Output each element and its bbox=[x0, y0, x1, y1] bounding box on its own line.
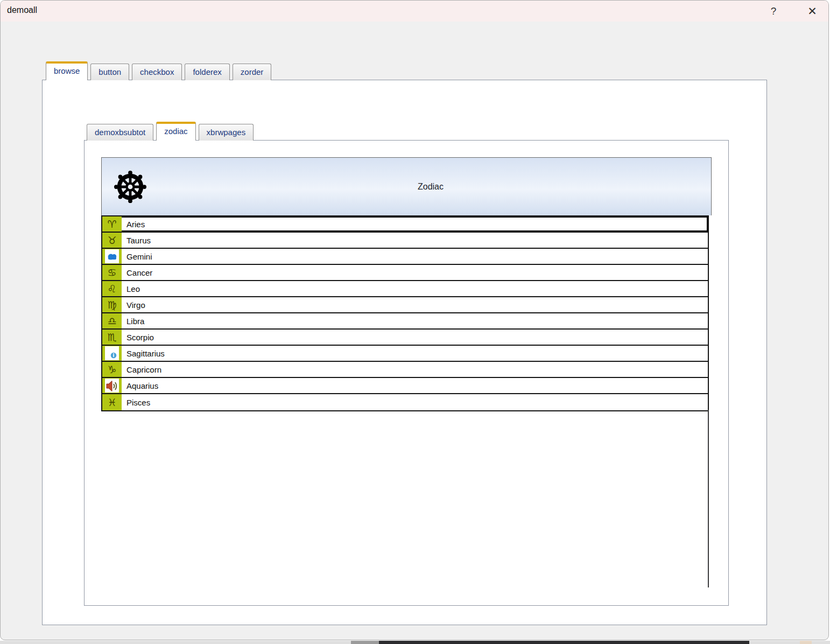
zodiac-row-label: Pisces bbox=[126, 398, 150, 407]
zodiac-row[interactable]: Aquarius bbox=[102, 378, 708, 394]
subtab-xbrwpages[interactable]: xbrwpages bbox=[199, 124, 254, 141]
zodiac-row[interactable]: Gemini bbox=[102, 249, 708, 265]
outer-tab-bar: browsebuttoncheckboxfolderexzorder bbox=[46, 61, 274, 80]
cancer-glyph: ♋ bbox=[102, 265, 122, 280]
aries-glyph: ♈ bbox=[102, 216, 122, 232]
cloud-icon bbox=[102, 249, 122, 264]
subtab-zodiac[interactable]: zodiac bbox=[156, 122, 195, 141]
pisces-glyph: ♓ bbox=[102, 394, 122, 410]
behind-window-strip-beige bbox=[800, 641, 812, 644]
tab-folderex[interactable]: folderex bbox=[185, 64, 229, 80]
behind-window-strip-gray bbox=[351, 641, 379, 644]
tab-browse[interactable]: browse bbox=[46, 61, 88, 80]
zodiac-row-label: Leo bbox=[126, 284, 140, 293]
help-button[interactable]: ? bbox=[766, 4, 781, 19]
zodiac-row-label: Sagittarius bbox=[126, 349, 165, 358]
browse-header: Zodiac bbox=[101, 157, 712, 215]
speaker-icon bbox=[102, 378, 122, 393]
info-icon bbox=[102, 346, 122, 361]
virgo-glyph: ♍ bbox=[102, 297, 122, 312]
zodiac-row[interactable]: ♓Pisces bbox=[102, 394, 708, 410]
leo-glyph: ♌ bbox=[102, 281, 122, 296]
tab-button[interactable]: button bbox=[90, 64, 129, 80]
zodiac-row-label: Cancer bbox=[126, 268, 152, 277]
zodiac-row[interactable]: ♎Libra bbox=[102, 313, 708, 330]
taurus-glyph: ♉ bbox=[102, 233, 122, 248]
tab-checkbox[interactable]: checkbox bbox=[132, 64, 182, 80]
zodiac-row[interactable]: ♉Taurus bbox=[102, 233, 708, 249]
app-window: demoall ? ✕ browsebuttoncheckboxfolderex… bbox=[0, 0, 829, 640]
tab-zorder[interactable]: zorder bbox=[233, 64, 272, 80]
close-icon[interactable]: ✕ bbox=[805, 4, 820, 19]
titlebar[interactable]: demoall ? ✕ bbox=[1, 1, 828, 22]
zodiac-row-label: Scorpio bbox=[126, 333, 154, 342]
zodiac-row[interactable]: ♑Capricorn bbox=[102, 362, 708, 378]
zodiac-row[interactable]: ♋Cancer bbox=[102, 265, 708, 281]
zodiac-list: ♈Aries♉TaurusGemini♋Cancer♌Leo♍Virgo♎Lib… bbox=[101, 215, 709, 411]
inner-tab-bar: demoxbsubtotzodiacxbrwpages bbox=[87, 122, 256, 141]
subtab-demoxbsubtot[interactable]: demoxbsubtot bbox=[87, 124, 153, 141]
zodiac-row-label: Aquarius bbox=[126, 381, 158, 390]
zodiac-row[interactable]: ♌Leo bbox=[102, 281, 708, 297]
zodiac-row-label: Aries bbox=[126, 220, 145, 229]
zodiac-row-label: Taurus bbox=[126, 236, 151, 245]
zodiac-row[interactable]: Sagittarius bbox=[102, 346, 708, 362]
dharma-wheel-icon bbox=[114, 170, 147, 204]
capricorn-glyph: ♑ bbox=[102, 362, 122, 377]
browse-right-border bbox=[708, 410, 709, 587]
zodiac-row-label: Gemini bbox=[126, 252, 152, 261]
behind-window-strip-dark bbox=[379, 641, 749, 644]
zodiac-row[interactable]: ♍Virgo bbox=[102, 297, 708, 313]
zodiac-row-label: Libra bbox=[126, 317, 144, 326]
zodiac-row-label: Virgo bbox=[126, 300, 145, 310]
zodiac-row[interactable]: ♏Scorpio bbox=[102, 330, 708, 346]
zodiac-row-label: Capricorn bbox=[126, 365, 161, 374]
zodiac-row[interactable]: ♈Aries bbox=[102, 216, 708, 233]
window-title: demoall bbox=[7, 5, 37, 15]
scorpio-glyph: ♏ bbox=[102, 330, 122, 345]
browse-title: Zodiac bbox=[369, 182, 444, 192]
libra-glyph: ♎ bbox=[102, 313, 122, 328]
